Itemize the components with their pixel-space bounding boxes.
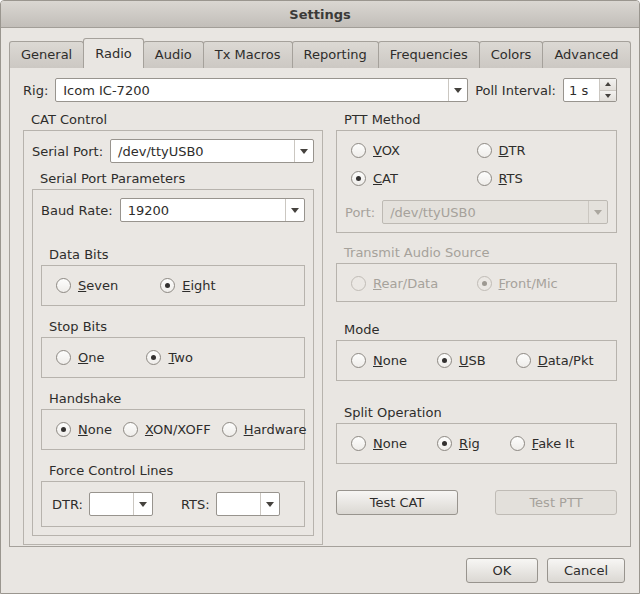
radio-label: Data/Pkt: [538, 353, 594, 368]
radio-label: None: [78, 422, 112, 437]
tab-audio[interactable]: Audio: [143, 41, 204, 68]
ptt-method-options: VOX DTR CAT: [345, 139, 608, 188]
radio-dtr[interactable]: DTR: [477, 143, 603, 158]
ptt-port-combo: /dev/ttyUSB0: [382, 200, 608, 224]
handshake-title: Handshake: [49, 391, 305, 406]
radio-mode-usb[interactable]: USB: [437, 353, 486, 368]
radio-label: RTS: [499, 171, 523, 186]
tab-advanced[interactable]: Advanced: [542, 41, 630, 68]
transmit-audio-source-frame: Rear/Data Front/Mic: [336, 263, 617, 302]
force-control-lines-group: Force Control Lines DTR:: [41, 463, 305, 527]
radio-two[interactable]: Two: [146, 350, 192, 365]
radio-label: Two: [168, 350, 192, 365]
radio-seven[interactable]: Seven: [56, 278, 118, 293]
serial-port-combo[interactable]: /dev/ttyUSB0: [110, 139, 314, 163]
tab-colors[interactable]: Colors: [479, 41, 544, 68]
poll-interval-spinner[interactable]: 1 s: [563, 78, 617, 102]
radio-label: One: [78, 350, 104, 365]
tab-radio[interactable]: Radio: [83, 38, 144, 68]
test-cat-button[interactable]: Test CAT: [336, 490, 458, 515]
transmit-audio-source-title: Transmit Audio Source: [344, 245, 617, 260]
radio-rts[interactable]: RTS: [477, 171, 603, 186]
radio-label: DTR: [499, 143, 526, 158]
rig-label: Rig:: [23, 83, 48, 98]
stop-bits-title: Stop Bits: [49, 319, 305, 334]
tab-bar: General Radio Audio Tx Macros Reporting …: [9, 37, 631, 67]
chevron-down-icon: [133, 493, 152, 515]
radio-split-fake-it[interactable]: Fake It: [510, 436, 574, 451]
radio-circle: [160, 278, 175, 293]
radio-cat[interactable]: CAT: [351, 171, 477, 186]
radio-circle: [56, 350, 71, 365]
serial-port-row: Serial Port: /dev/ttyUSB0: [32, 139, 314, 163]
rig-row: Rig: Icom IC-7200 Poll Interval: 1 s: [17, 78, 623, 112]
transmit-audio-source-options: Rear/Data Front/Mic: [345, 272, 608, 293]
radio-label: Rig: [459, 436, 480, 451]
radio-label: XON/XOFF: [145, 422, 211, 437]
dtr-combo[interactable]: [89, 492, 153, 516]
data-bits-group: Data Bits Seven: [41, 247, 305, 306]
poll-interval-value: 1 s: [564, 79, 599, 101]
radio-vox[interactable]: VOX: [351, 143, 477, 158]
radio-circle: [477, 143, 492, 158]
radio-circle: [516, 353, 531, 368]
force-control-lines-frame: DTR: RTS:: [41, 481, 305, 527]
radio-circle: [146, 350, 161, 365]
test-buttons-row: Test CAT Test PTT: [336, 490, 617, 515]
tab-tx-macros[interactable]: Tx Macros: [203, 41, 293, 68]
radio-split-none[interactable]: None: [351, 436, 407, 451]
radio-circle: [123, 422, 138, 437]
poll-interval-label: Poll Interval:: [475, 83, 556, 98]
ptt-method-title: PTT Method: [344, 112, 617, 127]
rts-combo[interactable]: [216, 492, 280, 516]
dtr-combo-value: [90, 493, 133, 515]
tab-frequencies[interactable]: Frequencies: [378, 41, 480, 68]
serial-port-parameters-frame: Baud Rate: 19200 Data Bits: [32, 189, 314, 536]
rig-combo-value: Icom IC-7200: [56, 79, 448, 101]
radio-handshake-none[interactable]: None: [56, 422, 112, 437]
serial-port-value: /dev/ttyUSB0: [111, 140, 294, 162]
chevron-down-icon: [285, 199, 304, 221]
radio-eight[interactable]: Eight: [160, 278, 215, 293]
radio-circle: [437, 353, 452, 368]
radio-label: None: [373, 353, 407, 368]
radio-circle: [477, 276, 492, 291]
spin-down-icon[interactable]: [600, 91, 616, 102]
radio-xon-xoff[interactable]: XON/XOFF: [123, 422, 211, 437]
tab-reporting[interactable]: Reporting: [292, 41, 379, 68]
radio-mode-none[interactable]: None: [351, 353, 407, 368]
radio-circle: [351, 353, 366, 368]
radio-label: Hardware: [244, 422, 307, 437]
radio-split-rig[interactable]: Rig: [437, 436, 480, 451]
radio-label: Eight: [182, 278, 215, 293]
rts-label: RTS:: [181, 497, 210, 512]
ptt-port-label: Port:: [345, 205, 375, 220]
chevron-down-icon: [260, 493, 279, 515]
radio-circle: [351, 436, 366, 451]
ok-button[interactable]: OK: [466, 558, 538, 583]
spin-up-icon[interactable]: [600, 79, 616, 91]
mode-options: None USB Data/Pkt: [345, 349, 608, 372]
baud-rate-label: Baud Rate:: [41, 203, 113, 218]
split-operation-group: Split Operation None Rig: [336, 405, 617, 464]
titlebar[interactable]: Settings: [1, 1, 639, 28]
baud-rate-combo[interactable]: 19200: [120, 198, 305, 222]
radio-mode-data-pkt[interactable]: Data/Pkt: [516, 353, 594, 368]
right-column: PTT Method VOX DTR: [336, 112, 617, 538]
stop-bits-options: One Two: [50, 346, 296, 369]
ptt-port-value: /dev/ttyUSB0: [383, 201, 588, 223]
radio-label: CAT: [373, 171, 398, 186]
radio-label: Front/Mic: [499, 276, 558, 291]
rig-combo[interactable]: Icom IC-7200: [55, 78, 468, 102]
mode-title: Mode: [344, 322, 617, 337]
radio-circle: [477, 171, 492, 186]
cat-control-title: CAT Control: [31, 112, 323, 127]
radio-hardware[interactable]: Hardware: [222, 422, 307, 437]
tab-general[interactable]: General: [9, 41, 84, 68]
cancel-button[interactable]: Cancel: [547, 558, 625, 583]
radio-circle: [510, 436, 525, 451]
radio-one[interactable]: One: [56, 350, 104, 365]
handshake-group: Handshake None: [41, 391, 305, 450]
radio-label: None: [373, 436, 407, 451]
radio-rear-data: Rear/Data: [351, 276, 477, 291]
